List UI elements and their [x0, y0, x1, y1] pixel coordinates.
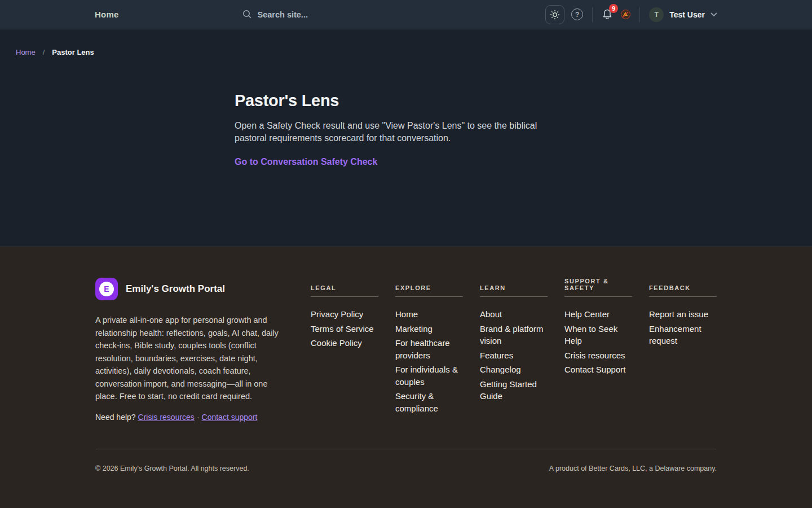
footer-link-brand-platform-vision[interactable]: Brand & platform vision	[480, 323, 548, 347]
footer-column-heading: EXPLORE	[395, 278, 463, 297]
footer-link-crisis-resources[interactable]: Crisis resources	[564, 349, 625, 362]
notifications-button[interactable]: 9	[602, 8, 613, 20]
footer-link-about[interactable]: About	[480, 308, 502, 321]
footer-column-heading: SUPPORT & SAFETY	[564, 278, 632, 297]
footer-column-heading: LEARN	[480, 278, 548, 297]
breadcrumb-separator: /	[43, 48, 45, 56]
search-icon	[242, 10, 252, 19]
footer-link-features[interactable]: Features	[480, 349, 513, 362]
nav-divider	[592, 7, 593, 22]
theme-toggle-button[interactable]	[545, 5, 564, 24]
footer-link-marketing[interactable]: Marketing	[395, 323, 433, 335]
notification-count-badge: 9	[609, 4, 618, 13]
top-navigation-bar: Home	[0, 0, 812, 29]
footer-column-heading: FEEDBACK	[649, 278, 717, 297]
product-note: A product of Better Cards, LLC, a Delawa…	[549, 465, 717, 472]
page-description: Open a Safety Check result and use "View…	[235, 120, 571, 144]
footer-link-individuals-couples[interactable]: For individuals & couples	[395, 364, 463, 388]
footer-link-help-center[interactable]: Help Center	[564, 308, 610, 321]
sun-icon	[550, 10, 560, 20]
footer-link-healthcare-providers[interactable]: For healthcare providers	[395, 337, 463, 361]
footer-link-report-issue[interactable]: Report an issue	[649, 308, 708, 321]
search-input[interactable]	[257, 10, 370, 19]
crisis-resources-link[interactable]: Crisis resources	[138, 413, 195, 422]
help-button[interactable]: ?	[571, 8, 583, 20]
brand-name: Emily's Growth Portal	[126, 283, 225, 295]
breadcrumb: Home / Pastor Lens	[0, 29, 812, 56]
footer-link-privacy-policy[interactable]: Privacy Policy	[311, 308, 363, 321]
footer-column-heading: LEGAL	[311, 278, 378, 297]
page-content: Pastor's Lens Open a Safety Check result…	[235, 91, 577, 167]
footer-column-legal: LEGAL Privacy Policy Terms of Service Co…	[311, 278, 378, 422]
copyright-text: © 2026 Emily's Growth Portal. All rights…	[95, 465, 249, 472]
footer-link-getting-started-guide[interactable]: Getting Started Guide	[480, 378, 548, 402]
breadcrumb-current: Pastor Lens	[52, 48, 94, 56]
nav-home-link[interactable]: Home	[95, 10, 118, 19]
footer-link-enhancement-request[interactable]: Enhancement request	[649, 323, 717, 347]
breadcrumb-home-link[interactable]: Home	[16, 48, 36, 56]
footer-column-feedback: FEEDBACK Report an issue Enhancement req…	[649, 278, 717, 422]
footer-link-changelog[interactable]: Changelog	[480, 364, 521, 376]
need-help-line: Need help? Crisis resources·Contact supp…	[95, 413, 294, 422]
footer-link-contact-support[interactable]: Contact Support	[564, 364, 625, 376]
muted-alert-icon[interactable]	[621, 10, 630, 19]
footer-column-learn: LEARN About Brand & platform vision Feat…	[480, 278, 548, 422]
footer-brand: E Emily's Growth Portal A private all-in…	[95, 278, 294, 422]
chevron-down-icon	[710, 12, 717, 17]
footer-column-support-safety: SUPPORT & SAFETY Help Center When to See…	[564, 278, 632, 422]
site-footer: E Emily's Growth Portal A private all-in…	[0, 247, 812, 508]
footer-link-terms-of-service[interactable]: Terms of Service	[311, 323, 374, 335]
footer-bottom-bar: © 2026 Emily's Growth Portal. All rights…	[95, 449, 717, 489]
footer-link-cookie-policy[interactable]: Cookie Policy	[311, 337, 362, 349]
footer-link-security-compliance[interactable]: Security & compliance	[395, 390, 463, 414]
main-section: Home / Pastor Lens Pastor's Lens Open a …	[0, 29, 812, 247]
brand-logo-icon: E	[95, 278, 118, 300]
footer-link-when-to-seek-help[interactable]: When to Seek Help	[564, 323, 632, 347]
link-separator: ·	[197, 413, 200, 422]
user-menu[interactable]: T Test User	[649, 7, 717, 22]
user-name: Test User	[669, 10, 705, 19]
nav-divider	[639, 7, 640, 22]
question-circle-icon: ?	[571, 8, 583, 20]
need-help-label: Need help?	[95, 413, 136, 422]
footer-column-explore: EXPLORE Home Marketing For healthcare pr…	[395, 278, 463, 422]
go-to-safety-check-link[interactable]: Go to Conversation Safety Check	[235, 157, 377, 167]
brand-description: A private all-in-one app for personal gr…	[95, 314, 284, 403]
page-title: Pastor's Lens	[235, 91, 577, 110]
footer-link-home[interactable]: Home	[395, 308, 418, 321]
site-search[interactable]	[242, 10, 370, 19]
contact-support-link[interactable]: Contact support	[202, 413, 258, 422]
avatar: T	[649, 7, 664, 22]
